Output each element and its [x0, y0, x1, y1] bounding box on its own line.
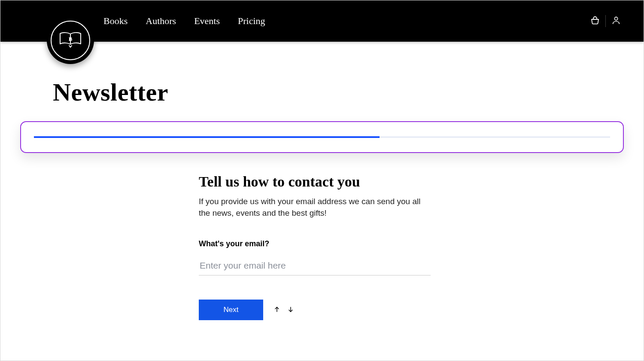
svg-point-0 — [614, 17, 617, 20]
progress-card — [20, 121, 624, 153]
book-logo-icon: B — [59, 31, 82, 50]
form-heading: Tell us how to contact you — [199, 174, 431, 190]
nav-link-authors[interactable]: Authors — [146, 15, 176, 27]
logo-ring: B — [51, 21, 90, 60]
nav-link-events[interactable]: Events — [194, 15, 220, 27]
nav-link-pricing[interactable]: Pricing — [238, 15, 265, 27]
cart-button[interactable] — [585, 12, 605, 31]
prev-step-button[interactable] — [272, 304, 282, 316]
arrow-up-icon — [273, 306, 280, 314]
brand-logo[interactable]: B — [47, 17, 94, 64]
top-navbar: Books Authors Events Pricing — [0, 0, 644, 42]
next-button[interactable]: Next — [199, 300, 263, 320]
email-input[interactable] — [199, 258, 431, 275]
email-label: What's your email? — [199, 239, 431, 248]
page-title: Newsletter — [53, 78, 644, 107]
nav-link-books[interactable]: Books — [103, 15, 128, 27]
next-step-button[interactable] — [286, 304, 296, 316]
progress-track — [34, 136, 610, 138]
newsletter-form: Tell us how to contact you If you provid… — [199, 174, 431, 320]
form-subtext: If you provide us with your email addres… — [199, 196, 431, 219]
account-button[interactable] — [606, 12, 626, 31]
progress-fill — [34, 136, 380, 138]
main-nav: Books Authors Events Pricing — [103, 15, 265, 27]
basket-icon — [590, 15, 600, 27]
svg-text:B: B — [69, 36, 73, 42]
arrow-down-icon — [287, 306, 294, 314]
user-icon — [611, 15, 621, 27]
